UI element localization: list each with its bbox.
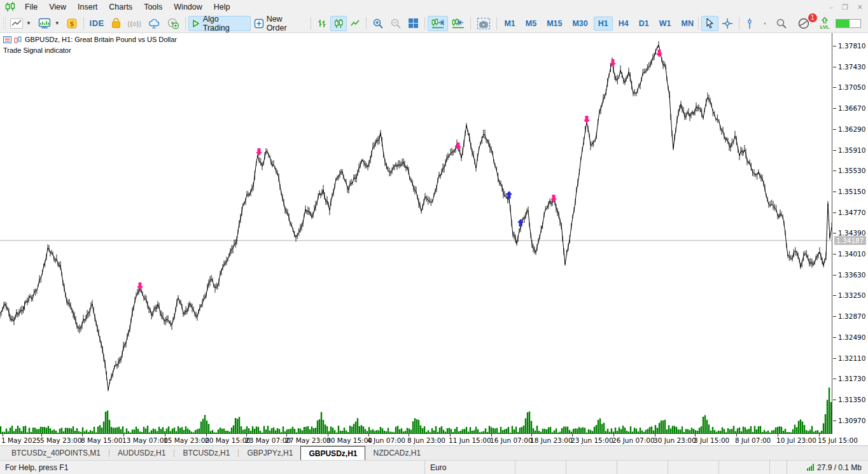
signals-button[interactable]: ((o)) — [125, 16, 144, 31]
vps-cloud-button[interactable] — [144, 16, 164, 31]
menu-item-file[interactable]: File — [19, 1, 43, 13]
search-button[interactable] — [773, 16, 790, 31]
zoom-out-button[interactable] — [387, 16, 405, 31]
crosshair-tool-button[interactable] — [718, 16, 736, 31]
cursor-tool-button[interactable] — [701, 16, 718, 31]
status-traffic-text: 27.9 / 0.1 Mb — [817, 463, 862, 472]
zoom-in-button[interactable] — [369, 16, 387, 31]
price-axis-tick — [833, 129, 836, 130]
price-axis-label: 1.31730 — [838, 375, 865, 382]
timeframe-button-m5[interactable]: M5 — [521, 17, 541, 31]
toolbar-separator — [698, 17, 699, 30]
close-button[interactable]: ✕ — [857, 4, 863, 11]
time-axis-label: 10 Jul 23:00 — [776, 436, 816, 444]
chart-symbol-title: GBPUSDz, H1: Great Britain Pound vs US D… — [25, 36, 177, 43]
time-axis-label: 26 Jun 07:00 — [612, 436, 655, 444]
price-axis-label: 1.35910 — [838, 146, 865, 154]
chart-tab-nzdcadz-h1[interactable]: NZDCADz,H1 — [365, 446, 428, 460]
chevron-down-icon: ▼ — [26, 20, 31, 26]
chart-tab-btcusdz-40points-m1[interactable]: BTCUSDz_40POINTS,M1 — [4, 446, 108, 460]
one-click-trading-icon[interactable] — [3, 36, 11, 43]
chart-tab-audusdz-h1[interactable]: AUDUSDz,H1 — [110, 446, 173, 460]
status-empty-cell — [668, 461, 719, 474]
menu-item-window[interactable]: Window — [168, 1, 207, 13]
drag-dot-handle[interactable] — [757, 16, 773, 31]
tile-windows-button[interactable] — [405, 16, 422, 31]
price-axis-tick — [833, 337, 836, 338]
status-bar: For Help, press F1 Euro 27.9 / 0.1 Mb — [0, 460, 868, 474]
broadcast-add-button[interactable] — [164, 16, 183, 31]
chart-tab-btcusdz-h1[interactable]: BTCUSDz,H1 — [175, 446, 237, 460]
toolbar-separator — [83, 17, 84, 30]
svg-text:$: $ — [69, 19, 74, 27]
toolbar-gripper[interactable] — [3, 17, 6, 31]
menu-item-help[interactable]: Help — [208, 1, 236, 13]
menu-item-insert[interactable]: Insert — [72, 1, 103, 13]
price-axis-label: 1.34010 — [838, 250, 865, 258]
menu-item-charts[interactable]: Charts — [103, 1, 138, 13]
price-axis[interactable]: 1.378101.374301.370501.366701.362901.359… — [833, 33, 868, 434]
price-axis-label: 1.32870 — [838, 312, 865, 320]
tab-separator — [109, 449, 109, 457]
screenshot-camera-button[interactable] — [473, 16, 494, 31]
market-button[interactable] — [108, 16, 125, 31]
minimize-button[interactable]: – — [829, 4, 833, 11]
time-axis-label: 1 May 2025 — [1, 436, 41, 444]
price-axis-tick — [833, 192, 836, 192]
indicators-button[interactable]: ▼ — [34, 16, 63, 31]
line-chart-mode-button[interactable] — [347, 16, 363, 31]
status-empty-cell — [719, 461, 770, 474]
chart-objects-button[interactable]: ▼ — [7, 16, 34, 31]
price-axis-label: 1.37430 — [838, 63, 865, 71]
candlestick-mode-button[interactable] — [330, 16, 347, 31]
community-notifications-button[interactable]: 1 — [794, 16, 813, 31]
time-axis-label: 8 May 15:00 — [81, 436, 122, 444]
price-axis-tick — [833, 295, 836, 296]
timeframe-button-h4[interactable]: H4 — [614, 17, 633, 31]
price-axis-label: 1.32490 — [838, 333, 865, 341]
timeframe-button-m1[interactable]: M1 — [500, 17, 519, 31]
restore-button[interactable]: ❐ — [842, 4, 848, 11]
timeframe-button-m15[interactable]: M15 — [542, 17, 566, 31]
chart-area[interactable]: GBPUSDz, H1: Great Britain Pound vs US D… — [0, 33, 868, 445]
lvl-indicator-button[interactable]: LVL — [817, 16, 832, 31]
timeframe-button-mn[interactable]: MN — [676, 17, 697, 31]
price-axis-tick — [833, 233, 836, 234]
chart-tab-gbpjpyz-h1[interactable]: GBPJPYz,H1 — [239, 446, 300, 460]
price-axis-tick — [833, 379, 836, 379]
chart-shift-button[interactable] — [448, 16, 468, 31]
time-axis-label: 5 May 23:00 — [40, 436, 81, 444]
price-axis-label: 1.35530 — [838, 167, 865, 174]
price-axis-label: 1.36290 — [838, 125, 865, 133]
new-order-button[interactable]: New Order — [251, 16, 308, 31]
toolbar: ▼ ▼ $ IDE ((o)) Algo Trading New Order — [0, 14, 868, 33]
up-arrow-icon — [821, 17, 829, 25]
candle-wicks-texture — [0, 41, 832, 391]
currency-pairs-button[interactable]: $ — [63, 16, 81, 31]
algo-trading-label: Algo Trading — [203, 15, 248, 32]
vertical-line-tool-button[interactable] — [742, 16, 757, 31]
price-chart-canvas[interactable] — [0, 33, 832, 434]
chart-tab-gbpusdz-h1[interactable]: GBPUSDz,H1 — [300, 446, 365, 460]
menu-item-view[interactable]: View — [43, 1, 72, 13]
metaeditor-ide-button[interactable]: IDE — [87, 16, 108, 31]
connection-quality-bar[interactable] — [832, 16, 864, 31]
menu-bar: FileViewInsertChartsToolsWindowHelp – ❐ … — [0, 0, 868, 14]
auto-scroll-button[interactable] — [428, 16, 448, 31]
time-axis-label: 27 May 23:00 — [285, 436, 331, 444]
time-axis-label: 8 Jun 23:00 — [407, 436, 445, 444]
bar-chart-mode-button[interactable] — [314, 16, 330, 31]
time-axis[interactable]: 1 May 20255 May 23:008 May 15:0013 May 0… — [0, 435, 868, 445]
timeframe-button-h1[interactable]: H1 — [594, 17, 613, 31]
depth-of-market-icon[interactable] — [14, 36, 22, 43]
timeframe-button-m30[interactable]: M30 — [568, 17, 592, 31]
notification-badge: 1 — [808, 13, 817, 22]
trade-signal-down-arrow — [584, 116, 590, 123]
timeframe-button-d1[interactable]: D1 — [634, 17, 654, 31]
toolbar-separator — [311, 17, 311, 30]
algo-trading-button[interactable]: Algo Trading — [188, 16, 251, 31]
toolbar-separator — [366, 17, 367, 30]
timeframe-button-w1[interactable]: W1 — [655, 17, 676, 31]
menu-item-tools[interactable]: Tools — [138, 1, 168, 13]
volume-bars — [1, 387, 831, 434]
